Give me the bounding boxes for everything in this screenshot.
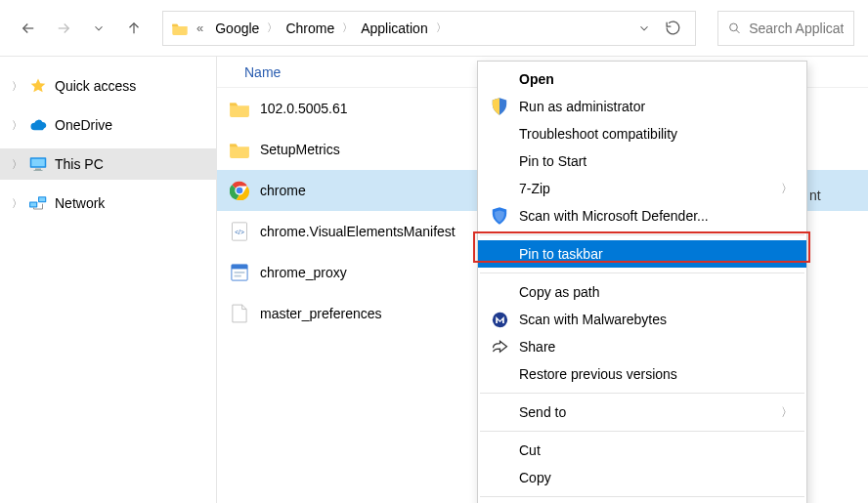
- ctx-label: Pin to Start: [519, 153, 793, 169]
- svg-rect-3: [35, 169, 41, 171]
- application-icon: [229, 262, 250, 283]
- expand-chevron-icon[interactable]: 〉: [12, 118, 22, 133]
- svg-point-18: [492, 312, 506, 326]
- shield-admin-icon: [490, 97, 509, 116]
- svg-text:</>: </>: [235, 229, 244, 235]
- nav-item-this-pc[interactable]: 〉 This PC: [0, 148, 216, 180]
- ctx-label: Scan with Malwarebytes: [519, 312, 793, 327]
- nav-back-button[interactable]: [14, 14, 43, 43]
- network-icon: [29, 194, 47, 212]
- nav-label: Network: [55, 195, 105, 211]
- xml-file-icon: </>: [229, 221, 250, 242]
- file-name: 102.0.5005.61: [260, 101, 348, 116]
- ctx-copy[interactable]: Copy: [478, 464, 806, 491]
- ctx-label: Troubleshoot compatibility: [519, 126, 793, 142]
- blank-file-icon: [229, 303, 250, 324]
- folder-icon: [171, 21, 189, 35]
- ctx-label: Share: [519, 339, 793, 355]
- ctx-label: Pin to taskbar: [519, 246, 793, 262]
- svg-rect-7: [30, 203, 36, 207]
- breadcrumb-seg-0[interactable]: Google: [209, 19, 265, 38]
- breadcrumb-overflow-icon[interactable]: «: [196, 21, 203, 35]
- search-input[interactable]: [749, 21, 844, 36]
- svg-rect-17: [235, 275, 241, 277]
- svg-rect-16: [235, 272, 245, 273]
- chevron-down-icon[interactable]: [637, 21, 651, 35]
- breadcrumb-seg-2[interactable]: Application: [355, 19, 434, 38]
- ctx-label: Cut: [519, 442, 793, 458]
- ctx-troubleshoot[interactable]: Troubleshoot compatibility: [478, 120, 806, 147]
- context-menu-separator: [480, 234, 804, 235]
- svg-rect-2: [31, 159, 45, 167]
- arrow-up-icon: [125, 20, 143, 37]
- nav-recent-dropdown[interactable]: [84, 14, 113, 43]
- chevron-right-icon: 〉: [434, 21, 449, 35]
- context-menu-separator: [480, 393, 804, 394]
- nav-label: This PC: [55, 156, 104, 172]
- chevron-right-icon: 〉: [781, 181, 793, 197]
- nav-up-button[interactable]: [119, 14, 149, 43]
- search-icon: [728, 21, 741, 36]
- folder-icon: [229, 139, 250, 160]
- cloud-icon: [29, 116, 47, 134]
- svg-rect-8: [39, 197, 45, 201]
- breadcrumb-seg-1[interactable]: Chrome: [280, 19, 340, 38]
- folder-icon: [229, 98, 250, 119]
- navigation-pane: 〉 Quick access 〉 OneDrive 〉 This PC 〉: [0, 57, 217, 503]
- ctx-share[interactable]: Share: [478, 333, 806, 360]
- nav-item-quick-access[interactable]: 〉 Quick access: [0, 70, 216, 102]
- ctx-open[interactable]: Open: [478, 65, 806, 93]
- ctx-send-to[interactable]: Send to 〉: [478, 398, 806, 426]
- file-name: SetupMetrics: [260, 142, 340, 157]
- svg-rect-4: [34, 170, 43, 171]
- star-icon: [29, 77, 47, 95]
- refresh-icon[interactable]: [665, 20, 681, 36]
- nav-item-network[interactable]: 〉 Network: [0, 188, 216, 219]
- svg-point-11: [237, 188, 243, 194]
- nav-forward-button[interactable]: [49, 14, 78, 43]
- ctx-run-admin[interactable]: Run as administrator: [478, 93, 806, 120]
- expand-chevron-icon[interactable]: 〉: [12, 157, 22, 172]
- svg-rect-15: [232, 265, 247, 270]
- search-box[interactable]: [717, 11, 854, 46]
- share-icon: [490, 337, 509, 356]
- expand-chevron-icon[interactable]: 〉: [12, 196, 22, 211]
- ctx-label: Send to: [519, 404, 771, 420]
- chevron-right-icon: 〉: [265, 21, 280, 35]
- ctx-pin-taskbar[interactable]: Pin to taskbar: [478, 240, 806, 268]
- file-name: chrome: [260, 183, 306, 198]
- svg-point-0: [730, 23, 738, 31]
- ctx-restore[interactable]: Restore previous versions: [478, 360, 806, 388]
- shield-defender-icon: [490, 206, 509, 226]
- chevron-down-icon: [92, 21, 106, 35]
- address-bar[interactable]: « Google 〉 Chrome 〉 Application 〉: [162, 11, 696, 46]
- chrome-icon: [229, 180, 250, 201]
- nav-item-onedrive[interactable]: 〉 OneDrive: [0, 109, 216, 141]
- monitor-icon: [29, 155, 47, 173]
- context-menu-separator: [480, 431, 804, 432]
- ctx-malwarebytes[interactable]: Scan with Malwarebytes: [478, 306, 806, 333]
- nav-label: Quick access: [55, 78, 136, 94]
- ctx-label: 7-Zip: [519, 181, 771, 196]
- arrow-left-icon: [20, 20, 37, 37]
- truncated-cell-text: nt: [809, 188, 866, 203]
- ctx-label: Run as administrator: [519, 99, 793, 114]
- ctx-defender[interactable]: Scan with Microsoft Defender...: [478, 202, 806, 230]
- expand-chevron-icon[interactable]: 〉: [12, 79, 22, 94]
- chevron-right-icon: 〉: [781, 404, 793, 421]
- ctx-copy-path[interactable]: Copy as path: [478, 278, 806, 306]
- ctx-7zip[interactable]: 7-Zip 〉: [478, 175, 806, 202]
- ctx-pin-start[interactable]: Pin to Start: [478, 147, 806, 175]
- nav-label: OneDrive: [55, 117, 112, 133]
- context-menu-separator: [480, 272, 804, 273]
- toolbar: « Google 〉 Chrome 〉 Application 〉: [0, 0, 868, 57]
- context-menu-separator: [480, 496, 804, 497]
- ctx-label: Scan with Microsoft Defender...: [519, 208, 793, 224]
- ctx-cut[interactable]: Cut: [478, 437, 806, 464]
- ctx-label: Open: [519, 71, 793, 87]
- ctx-label: Copy: [519, 470, 793, 485]
- file-name: chrome_proxy: [260, 265, 347, 280]
- file-name: chrome.VisualElementsManifest: [260, 224, 456, 239]
- ctx-label: Copy as path: [519, 284, 793, 300]
- malwarebytes-icon: [490, 310, 509, 329]
